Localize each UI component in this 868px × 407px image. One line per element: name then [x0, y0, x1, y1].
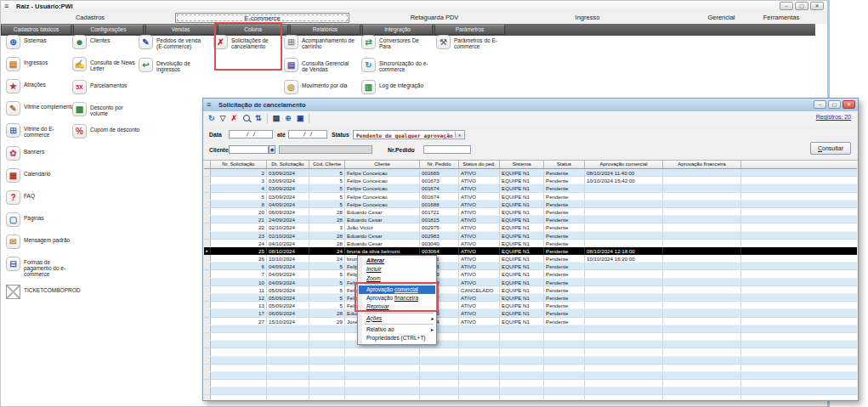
launcher-item-atracoes[interactable]: ★Atrações [6, 79, 79, 93]
column-header-nr-solicitacao[interactable]: Nr. Solicitação [211, 161, 267, 169]
table-row[interactable]: 1105/09/20245Felipe Conceicao001712CANCE… [204, 286, 857, 294]
launcher-item-devolucao-de-ingressos[interactable]: ↩Devolução de ingressos [139, 58, 215, 73]
column-header-dt-solicitacao[interactable]: Dt. Solicitação [267, 161, 309, 169]
menu-item-incluir[interactable]: Incluir [359, 265, 435, 274]
ribbon-group-cadastros-basicos[interactable]: Cadastros básicos [1, 25, 71, 35]
launcher-item-parcelamentos[interactable]: 5XParcelamentos [72, 80, 140, 94]
launcher-item-desconto-por-volume[interactable]: ▩Desconto por volume [72, 102, 140, 117]
maximize-button[interactable]: ▢ [828, 100, 841, 109]
menu-item-aprovacao-comercial[interactable]: Aprovação comercial [359, 285, 435, 294]
ribbon-group-vendas[interactable]: Vendas [145, 25, 216, 35]
menu-item-acoes[interactable]: Ações▸ [359, 314, 435, 323]
table-row[interactable]: 303/09/20245Felipe Conceicao001673ATIVOE… [204, 177, 857, 184]
table-row[interactable]: 2302/10/202428Eduardo Cesar002983ATIVOEQ… [204, 232, 857, 240]
chevron-down-icon[interactable]: ▾ [455, 132, 463, 138]
table-row[interactable]: 2006/09/202428Eduardo Cesar001721ATIVOEQ… [204, 208, 857, 216]
table-row[interactable]: 604/09/20245Felipe Conceicao001686ATIVOE… [204, 263, 857, 270]
launcher-item-consulta-gerencial-de-vendas[interactable]: ▤Consulta Gerencial de Vendas [284, 58, 362, 73]
tab-ferramentas[interactable]: Ferramentas [735, 13, 828, 23]
save-icon[interactable]: ▣ [297, 114, 304, 123]
launcher-item-vitrine-do-e-commerce[interactable]: ⊞Vitrine do E-commerce [6, 123, 79, 138]
launcher-item-mensagem-padrao[interactable]: ✉Mensagem padrão [6, 235, 79, 249]
sort-icon[interactable]: ⇅ [255, 114, 262, 123]
table-row[interactable]: 1706/09/202428Eduardo Cesar001449ATIVOEQ… [204, 309, 857, 317]
table-row[interactable]: ▸2508/10/202424bruna da silva belmont003… [204, 247, 857, 255]
window-menu-icon[interactable]: ≡ [207, 100, 211, 110]
print-icon[interactable]: ▤ [273, 114, 281, 123]
menu-item-aprovacao-financeira[interactable]: Aprovação financeira [359, 294, 435, 302]
close-button[interactable]: ✕ [842, 100, 855, 109]
launcher-item-paginas[interactable]: ▢Páginas [6, 212, 79, 227]
close-button[interactable]: ✕ [810, 2, 824, 10]
launcher-item-parametros-do-e-commerce[interactable]: ⚒Parâmetros do E-commerce [436, 35, 511, 50]
launcher-item-clientes[interactable]: ☻Clientes [72, 35, 140, 49]
app-menu-icon[interactable]: ≡ [4, 2, 9, 11]
table-row[interactable]: 2610/10/202424bruna da silva belmont0031… [204, 255, 857, 263]
launcher-item-sistemas[interactable]: ⊕Sistemas [6, 35, 79, 49]
ribbon-group-coluna[interactable]: Coluna [218, 25, 288, 35]
ribbon-group-configuracoes[interactable]: Configurações [73, 25, 144, 35]
menu-item-relativo-ao[interactable]: Relativo ao▸ [359, 325, 435, 334]
menu-item-zoom[interactable]: Zoom [359, 274, 435, 283]
filter-icon[interactable]: ▽ [220, 114, 226, 123]
consultar-button[interactable]: Consultar [810, 142, 851, 155]
menu-item-propriedades-ctrl-t[interactable]: Propriedades (CTRL+T) [359, 334, 435, 342]
launcher-item-calendario[interactable]: ▦Calendário [6, 168, 79, 183]
cliente-code-input[interactable] [229, 145, 269, 154]
table-row[interactable]: 2124/09/202428Eduardo Cesar001815ATIVOEQ… [204, 216, 857, 223]
ribbon-group-relatorios[interactable]: Relatórios [290, 25, 360, 35]
launcher-item-solicitacoes-de-cancelamento[interactable]: ✗Solicitações de cancelamento [213, 35, 288, 50]
table-row[interactable]: 804/09/20245Felipe Conceicao001688ATIVOE… [204, 201, 857, 208]
column-header-cod-cliente[interactable]: Cód. Cliente [309, 161, 345, 169]
table-row[interactable]: 1205/09/20245Felipe Conceicao001707ATIVO… [204, 294, 857, 302]
launcher-item-banners[interactable]: ✿Banners [6, 146, 79, 161]
menu-item-alterar[interactable]: Alterar [359, 257, 435, 265]
launcher-item-ingressos[interactable]: ▤Ingressos [6, 57, 79, 71]
table-row[interactable]: 2715/10/202429José P003154ATIVOEQUIPE N1… [204, 318, 857, 325]
launcher-item-movimento-por-dia[interactable]: ◎Movimento por dia [284, 80, 362, 94]
table-row[interactable]: 1305/09/20245Felipe Conceicao001711ATIVO… [204, 302, 857, 309]
launcher-item-conversores-de-para[interactable]: ⇄Conversores De Para [361, 35, 436, 50]
table-row[interactable]: 203/09/20245Felipe Conceicao001669ATIVOE… [204, 169, 857, 177]
launcher-item-cupom-de-desconto[interactable]: %Cupom de desconto [72, 124, 140, 138]
menu-item-reprovar[interactable]: Reprovar [359, 302, 435, 311]
tab-e-commerce[interactable]: E-commerce [175, 13, 349, 23]
table-row[interactable]: 403/09/20245Felipe Conceicao001674ATIVOE… [204, 184, 857, 192]
minimize-button[interactable]: – [814, 100, 826, 109]
minimize-button[interactable]: – [780, 2, 793, 10]
table-row[interactable]: 503/09/20245Felipe Conceicao001674ATIVOE… [204, 193, 857, 201]
column-header-aprovacao-financeira[interactable]: Aprovação financeira [663, 161, 741, 169]
tab-ingresso[interactable]: Ingresso [519, 13, 655, 23]
registros-link[interactable]: Registros: 20 [816, 114, 851, 120]
nrpedido-input[interactable] [423, 145, 471, 154]
date-from-input[interactable]: / / [229, 130, 273, 138]
refresh-icon[interactable]: ↻ [208, 114, 215, 123]
date-to-input[interactable]: / / [288, 130, 327, 138]
launcher-item-acompanhamento-de-carrinho[interactable]: ⊞Acompanhamento de carrinho [284, 35, 362, 50]
column-header-cliente[interactable]: Cliente [345, 161, 420, 169]
web-icon[interactable]: ⊕ [285, 114, 292, 123]
column-header-aprovacao-comercial[interactable]: Aprovação comercial [585, 161, 663, 169]
child-window-titlebar[interactable]: ≡ Solicitação de cancelamento – ▢ ✕ [203, 99, 858, 112]
launcher-item-formas-de-pagamento-do-e-commerce[interactable]: ⊟Formas de pagamento do e-commerce [6, 257, 79, 278]
launcher-item-log-de-integracao[interactable]: ▥Log de integração [361, 80, 436, 94]
table-row[interactable]: 1004/09/20245Felipe Conceicao001690ATIVO… [204, 279, 857, 286]
column-header-status[interactable]: Status [544, 161, 585, 169]
launcher-item-consulta-de-news-letter[interactable]: ✍Consulta de News Letter [72, 57, 140, 72]
table-row[interactable]: 2404/10/202428Eduardo Cesar003040ATIVOEQ… [204, 240, 857, 247]
column-header-status-do-ped[interactable]: Status do ped. [459, 161, 500, 169]
launcher-item-ticketcomboprod[interactable]: TICKETCOMBOPROD [6, 285, 79, 299]
column-header-sistema[interactable]: Sistema [500, 161, 544, 169]
delete-icon[interactable]: ✗ [230, 114, 237, 123]
launcher-item-pedidos-de-venda-e-commerce[interactable]: ✎Pedidos de venda (E-commerce) [139, 35, 215, 50]
tab-cadastros[interactable]: Cadastros [35, 13, 145, 23]
maximize-button[interactable]: ▢ [795, 2, 808, 10]
launcher-item-sincronizacao-do-e-commerce[interactable]: ↻Sincronização do e-commerce [361, 58, 436, 73]
search-icon[interactable] [243, 115, 250, 122]
launcher-item-faq[interactable]: ?FAQ [6, 190, 79, 205]
launcher-item-vitrine-complementar[interactable]: ✎Vitrine complementar [6, 101, 79, 116]
table-row[interactable]: 704/09/20245Felipe Conceicao001679ATIVOE… [204, 270, 857, 278]
cliente-lookup-button[interactable]: ◆ [269, 145, 275, 154]
ribbon-group-integracao[interactable]: Integração [362, 25, 433, 35]
table-row[interactable]: 2202/10/20243João Victor002975ATIVOEQUIP… [204, 223, 857, 231]
